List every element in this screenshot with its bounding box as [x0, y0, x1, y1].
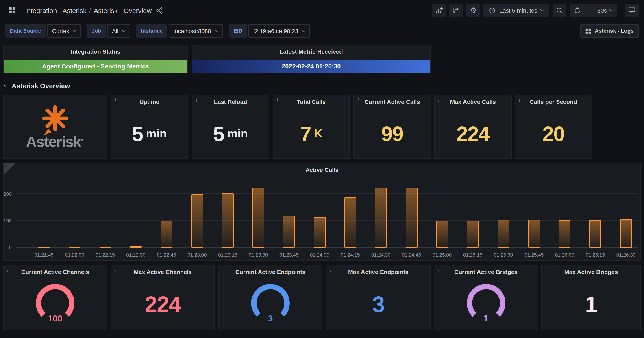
x-axis-label: 01:25:00 [426, 252, 458, 257]
latest-metric-value: 2022-02-24 01:26:30 [192, 60, 430, 73]
gauge-inner: 1 [460, 282, 512, 325]
active-calls-bar[interactable] [590, 220, 601, 248]
active-calls-bar[interactable] [498, 220, 509, 248]
y-axis-label: 0 [3, 245, 12, 250]
refresh-button[interactable] [570, 3, 585, 17]
share-button[interactable] [154, 5, 164, 15]
stat-unit: min [227, 127, 248, 141]
x-axis-label: 01:23:00 [182, 252, 213, 257]
monitor-icon [628, 7, 636, 14]
stat-value: 5min [111, 109, 188, 159]
active-calls-bar[interactable] [620, 219, 632, 248]
gauge-value: 100 [29, 314, 81, 324]
active-calls-bar[interactable] [467, 221, 478, 248]
zoom-out-icon [556, 7, 562, 14]
panel-current-active-bridges: iCurrent Active Bridges1 [434, 265, 538, 331]
tv-mode-button[interactable] [625, 3, 638, 17]
chart-gridline [16, 220, 638, 221]
variable-label[interactable]: Data Source [6, 24, 46, 38]
section-row-channels-information[interactable]: Channels Information [4, 335, 81, 338]
active-calls-bar[interactable] [38, 247, 50, 248]
panel-title: Total Calls [273, 99, 349, 105]
breadcrumb-dashboard[interactable]: Asterisk - Overview [94, 6, 152, 14]
active-calls-bar[interactable] [222, 194, 234, 248]
stat-number: 5 [213, 122, 224, 146]
x-axis-label: 01:22:15 [90, 252, 121, 257]
save-dashboard-button[interactable] [450, 3, 463, 17]
panel-title: Calls per Second [515, 99, 592, 105]
panel-title: Max Active Bridges [542, 269, 640, 275]
active-calls-bar[interactable] [559, 220, 570, 248]
asterisk-logs-link[interactable]: Asterisk - Logs [580, 24, 638, 38]
variable-value-dropdown[interactable]: localhost:8088 [168, 24, 223, 38]
section-row-asterisk-overview[interactable]: Asterisk Overview [4, 80, 70, 91]
variable-value-dropdown[interactable]: Cortex [47, 24, 81, 38]
zoom-out-button[interactable] [552, 3, 566, 17]
asterisk-wordmark: Asterisk® [26, 133, 84, 150]
active-calls-bar[interactable] [160, 221, 172, 248]
active-calls-bar[interactable] [99, 247, 111, 248]
time-range-picker[interactable]: Last 5 minutes [484, 3, 549, 17]
breadcrumb-folder[interactable]: Integration - Asterisk [25, 6, 86, 14]
panel-title: Current Active Bridges [434, 269, 538, 275]
panel-title: Max Active Channels [111, 269, 214, 275]
active-calls-bar[interactable] [528, 220, 540, 248]
asterisk-logo: Asterisk® [4, 95, 107, 159]
active-calls-bar[interactable] [406, 188, 417, 248]
dashboard-settings-button[interactable]: ⚙ [467, 3, 480, 17]
variable-value-text: f2:19:a6:ce:98:23 [253, 27, 298, 34]
asterisk-logo-icon [36, 104, 74, 136]
apps-menu-button[interactable] [6, 3, 19, 17]
x-axis-label: 01:22:00 [59, 252, 90, 257]
stat-value: 224 [434, 109, 511, 159]
chevron-down-icon [122, 28, 126, 32]
active-calls-bar[interactable] [191, 194, 203, 248]
variable-label[interactable]: Instance [136, 24, 167, 38]
panel-calls-per-second: iCalls per Second20 [515, 95, 592, 159]
asterisk-logs-label: Asterisk - Logs [595, 28, 634, 34]
active-calls-bar[interactable] [283, 216, 295, 248]
x-axis-label: 01:25:45 [518, 252, 550, 257]
integration-status-text: Agent Configured - Sending Metrics [42, 63, 149, 70]
panel-title: Integration Status [4, 48, 188, 55]
registered-icon: ® [82, 138, 84, 142]
stat-value: 99 [354, 109, 430, 159]
stat-number: 99 [381, 122, 403, 146]
gauge: 100 [4, 278, 107, 328]
variable-value-dropdown[interactable]: All [107, 24, 130, 38]
panel-current-active-calls: iCurrent Active Calls99 [354, 95, 431, 159]
active-calls-bar[interactable] [344, 197, 356, 248]
refresh-interval-dropdown[interactable]: 30s [593, 3, 617, 17]
info-icon: i [6, 164, 7, 169]
variable-value-dropdown[interactable]: f2:19:a6:ce:98:23 [248, 24, 310, 38]
chevron-down-icon [302, 28, 306, 32]
variable-value-text: All [112, 27, 118, 34]
active-calls-bar[interactable] [436, 221, 448, 248]
panel-total-calls: iTotal Calls7K [273, 95, 350, 159]
gauge-value: 1 [460, 314, 512, 324]
variable-label[interactable]: Job [87, 24, 106, 38]
refresh-picker: 30s [570, 3, 617, 17]
add-panel-button[interactable] [432, 3, 446, 17]
stat-value: 3 [326, 279, 430, 330]
panel-info-corner[interactable]: i [4, 164, 15, 175]
panel-uptime: iUptime5min [111, 95, 188, 159]
variable-label[interactable]: EID [229, 24, 247, 38]
active-calls-bar[interactable] [252, 188, 264, 248]
time-range-label: Last 5 minutes [499, 7, 537, 14]
active-calls-bar[interactable] [69, 247, 80, 248]
panel-title: Current Active Channels [4, 269, 107, 275]
stat-value: 224 [111, 279, 214, 330]
gauge: 1 [434, 278, 538, 328]
active-calls-bar[interactable] [375, 187, 387, 248]
apps-grid-icon [8, 7, 16, 14]
stat-value: 20 [515, 109, 592, 159]
x-axis-label: 01:23:45 [273, 252, 305, 257]
stat-number: 7 [300, 122, 311, 146]
latest-metric-text: 2022-02-24 01:26:30 [282, 63, 340, 70]
x-axis-label: 01:21:45 [28, 252, 60, 257]
x-axis-label: 01:23:30 [242, 252, 274, 257]
active-calls-bar[interactable] [314, 217, 325, 248]
panel-title: Latest Metric Received [192, 48, 430, 55]
active-calls-bar[interactable] [130, 246, 142, 248]
